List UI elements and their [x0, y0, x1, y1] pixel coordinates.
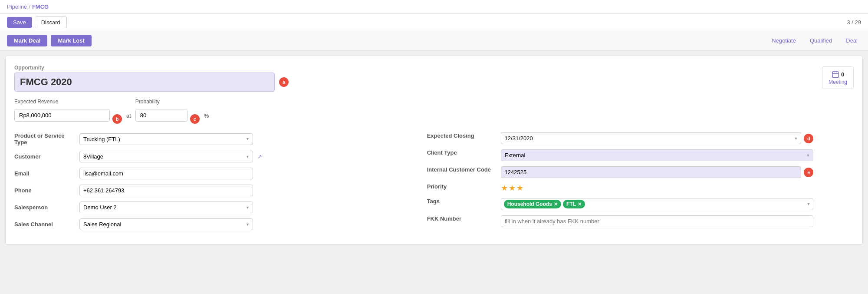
percent-text: % — [204, 112, 209, 119]
priority-stars[interactable]: ★ ★ ★ — [501, 183, 523, 193]
breadcrumb-current: FMCG — [32, 3, 49, 10]
stage-negotiate[interactable]: Negotiate — [768, 36, 799, 46]
stage-bar: Mark Deal Mark Lost Negotiate Qualified … — [0, 31, 868, 50]
product-service-label: Product or Service Type — [14, 132, 75, 145]
expected-closing-row: Expected Closing 12/31/2020 d — [427, 132, 814, 144]
email-label: Email — [14, 170, 75, 177]
svg-rect-0 — [832, 72, 838, 78]
tag-household-goods-remove[interactable]: ✕ — [554, 202, 558, 207]
customer-external-link-icon[interactable]: ↗ — [257, 153, 262, 160]
tags-input-wrapper[interactable]: Household Goods ✕ FTL ✕ — [501, 198, 814, 210]
tags-row: Tags Household Goods ✕ FTL ✕ — [427, 198, 814, 210]
customer-wrapper: 8Village — [79, 151, 253, 162]
revenue-prob-row: Expected Revenue b at Probability c % — [14, 99, 813, 124]
sales-channel-select[interactable]: Sales Regional — [79, 218, 253, 230]
customer-row: Customer 8Village ↗ — [14, 151, 401, 162]
probability-group: Probability c — [135, 99, 200, 124]
customer-label: Customer — [14, 153, 75, 160]
tag-ftl[interactable]: FTL ✕ — [563, 200, 585, 208]
email-input[interactable] — [79, 168, 253, 179]
priority-row: Priority ★ ★ ★ — [427, 183, 814, 193]
action-bar-left: Save Discard — [7, 17, 67, 28]
phone-input[interactable] — [79, 185, 253, 196]
right-column: Expected Closing 12/31/2020 d Client Typ… — [427, 132, 814, 235]
phone-row: Phone — [14, 185, 401, 196]
star-2[interactable]: ★ — [509, 183, 516, 193]
sales-channel-row: Sales Channel Sales Regional — [14, 218, 401, 230]
stage-deal[interactable]: Deal — [842, 36, 861, 46]
sales-channel-wrapper: Sales Regional — [79, 218, 253, 230]
product-service-select[interactable]: Trucking (FTL) — [79, 133, 253, 145]
badge-a: a — [279, 77, 289, 87]
tag-ftl-label: FTL — [566, 201, 576, 207]
client-type-select[interactable]: External — [501, 149, 814, 161]
expected-revenue-group: Expected Revenue b — [14, 99, 122, 124]
salesperson-wrapper: Demo User 2 — [79, 202, 253, 213]
stage-qualified[interactable]: Qualified — [806, 36, 835, 46]
mark-lost-button[interactable]: Mark Lost — [51, 35, 91, 46]
client-type-label: Client Type — [427, 149, 496, 156]
opportunity-title-input[interactable] — [14, 73, 275, 92]
meeting-button[interactable]: 0 Meeting — [822, 66, 854, 89]
product-service-wrapper: Trucking (FTL) — [79, 133, 253, 145]
action-bar: Save Discard 3 / 29 — [0, 14, 868, 31]
tags-label: Tags — [427, 198, 496, 205]
opportunity-label: Opportunity — [14, 65, 813, 71]
tag-household-goods-label: Household Goods — [507, 201, 552, 207]
customer-select[interactable]: 8Village — [79, 151, 253, 162]
breadcrumb-separator: / — [29, 3, 30, 10]
phone-label: Phone — [14, 187, 75, 194]
meeting-label: Meeting — [829, 79, 847, 85]
breadcrumb: Pipeline / FMCG — [7, 3, 49, 10]
fkk-number-row: FKK Number — [427, 215, 814, 227]
badge-d: d — [804, 134, 813, 143]
save-button[interactable]: Save — [7, 17, 32, 28]
priority-label: Priority — [427, 183, 496, 190]
at-text: at — [126, 112, 131, 119]
star-1[interactable]: ★ — [501, 183, 508, 193]
client-type-row: Client Type External — [427, 149, 814, 161]
fkk-input[interactable] — [501, 215, 814, 227]
salesperson-select[interactable]: Demo User 2 — [79, 202, 253, 213]
email-row: Email — [14, 168, 401, 179]
opportunity-title-row: a — [14, 73, 813, 92]
star-3[interactable]: ★ — [516, 183, 523, 193]
expected-closing-label: Expected Closing — [427, 132, 496, 139]
badge-e: e — [804, 168, 813, 177]
page-counter: 3 / 29 — [847, 19, 861, 26]
internal-code-input[interactable] — [501, 166, 802, 178]
internal-code-row: Internal Customer Code e — [427, 166, 814, 178]
probability-input[interactable] — [135, 109, 187, 122]
salesperson-label: Salesperson — [14, 204, 75, 211]
tag-ftl-remove[interactable]: ✕ — [578, 202, 582, 207]
meeting-count: 0 — [841, 71, 844, 78]
fkk-number-label: FKK Number — [427, 215, 496, 222]
top-bar: Pipeline / FMCG — [0, 0, 868, 14]
form-grid: Product or Service Type Trucking (FTL) C… — [14, 132, 813, 235]
main-content: Opportunity a Expected Revenue b at Prob… — [5, 56, 863, 244]
discard-button[interactable]: Discard — [35, 17, 67, 28]
tag-household-goods[interactable]: Household Goods ✕ — [504, 200, 561, 208]
stage-bar-left: Mark Deal Mark Lost — [7, 35, 92, 46]
breadcrumb-pipeline[interactable]: Pipeline — [7, 3, 27, 10]
sales-channel-label: Sales Channel — [14, 221, 75, 228]
badge-b: b — [112, 114, 122, 124]
probability-label: Probability — [135, 99, 200, 105]
mark-deal-button[interactable]: Mark Deal — [7, 35, 47, 46]
left-column: Product or Service Type Trucking (FTL) C… — [14, 132, 401, 235]
badge-c: c — [190, 114, 200, 124]
expected-revenue-input[interactable] — [14, 109, 110, 122]
internal-code-label: Internal Customer Code — [427, 166, 496, 174]
expected-closing-select[interactable]: 12/31/2020 — [501, 132, 802, 144]
calendar-icon — [832, 70, 839, 78]
stage-steps: Negotiate Qualified Deal — [768, 36, 861, 46]
product-service-row: Product or Service Type Trucking (FTL) — [14, 132, 401, 145]
expected-revenue-label: Expected Revenue — [14, 99, 122, 105]
salesperson-row: Salesperson Demo User 2 — [14, 202, 401, 213]
